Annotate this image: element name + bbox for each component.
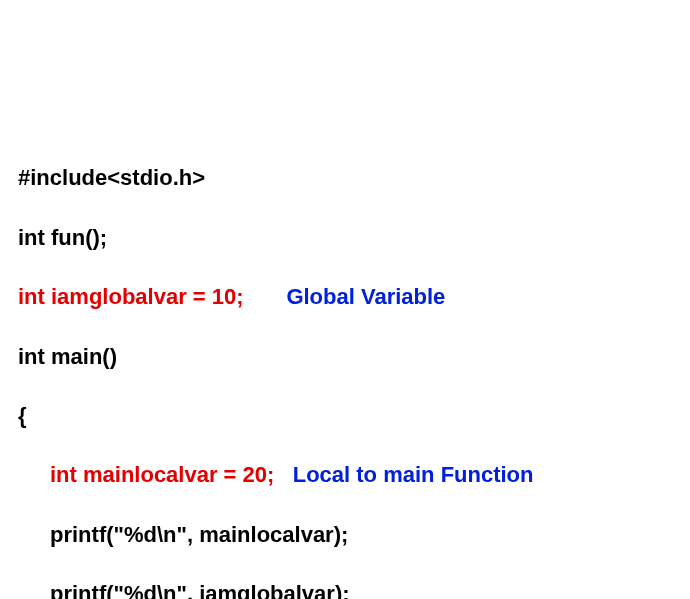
code-line: { [18,401,672,431]
comment-label: Global Variable [286,284,445,309]
comment-label: Local to main Function [293,462,534,487]
code-line: int mainlocalvar = 20; Local to main Fun… [18,460,672,490]
code-line: int fun(); [18,223,672,253]
code-text-spacer [244,284,287,309]
code-text-red: int iamglobalvar = 10; [18,284,244,309]
code-text-red: int mainlocalvar = 20; [50,462,274,487]
code-line: printf("%d\n", iamglobalvar); [18,579,672,599]
code-line: int main() [18,342,672,372]
code-line: printf("%d\n", mainlocalvar); [18,520,672,550]
code-line: #include<stdio.h> [18,163,672,193]
code-block: #include<stdio.h> int fun(); int iamglob… [18,134,672,599]
code-line: int iamglobalvar = 10; Global Variable [18,282,672,312]
code-text-spacer [274,462,292,487]
